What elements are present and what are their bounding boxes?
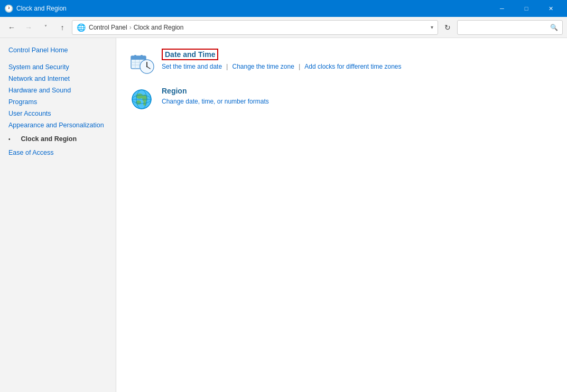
sep-1: | [226,62,228,70]
minimize-button[interactable]: ─ [490,0,514,17]
up-button[interactable]: ↑ [55,20,70,35]
search-box[interactable]: 🔍 [457,20,563,35]
title-bar: 🕐 Clock and Region ─ □ ✕ [0,0,567,17]
main-layout: Control Panel Home System and Security N… [0,38,567,392]
svg-rect-2 [131,58,146,60]
svg-point-13 [146,66,147,67]
dropdown-button[interactable]: ˅ [38,20,53,35]
window-icon: 🕐 [4,4,13,13]
set-time-link[interactable]: Set the time and date [162,63,222,70]
sidebar-item-clock[interactable]: Clock and Region [13,133,86,145]
nav-bar: ← → ˅ ↑ 🌐 Control Panel › Clock and Regi… [0,17,567,38]
sidebar: Control Panel Home System and Security N… [0,38,116,392]
refresh-button[interactable]: ↻ [440,20,455,35]
region-links: Change date, time, or number formats [162,97,554,105]
sidebar-item-network[interactable]: Network and Internet [0,73,116,85]
content-area: Date and Time Set the time and date | Ch… [116,38,567,392]
close-button[interactable]: ✕ [538,0,563,17]
sidebar-item-appearance[interactable]: Appearance and Personalization [0,119,116,131]
svg-rect-8 [141,55,143,58]
region-section: Region Change date, time, or number form… [129,87,554,112]
maximize-button[interactable]: □ [514,0,538,17]
sidebar-item-hardware[interactable]: Hardware and Sound [0,85,116,96]
title-bar-controls: ─ □ ✕ [490,0,563,17]
address-globe-icon: 🌐 [77,23,86,32]
add-clocks-link[interactable]: Add clocks for different time zones [304,63,401,70]
datetime-info: Date and Time Set the time and date | Ch… [162,49,554,70]
window-title: Clock and Region [16,5,67,12]
datetime-icon [129,49,154,74]
address-part-1: Control Panel [89,24,127,31]
address-dropdown-icon[interactable]: ▾ [431,24,433,30]
datetime-title[interactable]: Date and Time [162,49,218,60]
sidebar-item-home[interactable]: Control Panel Home [0,44,116,56]
region-subtitle-link[interactable]: Change date, time, or number formats [162,98,269,105]
sidebar-item-system[interactable]: System and Security [0,61,116,73]
datetime-title-wrapper: Date and Time [162,49,554,62]
region-icon [129,87,154,112]
datetime-links: Set the time and date | Change the time … [162,62,554,70]
back-button[interactable]: ← [4,20,19,35]
search-icon: 🔍 [550,24,558,31]
active-bullet: • [8,136,11,142]
search-input[interactable] [462,24,548,31]
change-timezone-link[interactable]: Change the time zone [232,63,294,70]
datetime-section: Date and Time Set the time and date | Ch… [129,49,554,74]
address-sep-1: › [129,24,132,31]
address-bar[interactable]: 🌐 Control Panel › Clock and Region ▾ [72,20,438,35]
region-info: Region Change date, time, or number form… [162,87,554,105]
title-bar-left: 🕐 Clock and Region [4,4,67,13]
sidebar-item-programs[interactable]: Programs [0,96,116,108]
sidebar-active-row: • Clock and Region [0,131,116,147]
sidebar-item-user[interactable]: User Accounts [0,108,116,119]
svg-rect-7 [134,55,136,58]
sep-2: | [299,62,300,70]
address-text: Control Panel › Clock and Region [89,24,427,31]
forward-button[interactable]: → [21,20,36,35]
region-title[interactable]: Region [162,87,187,95]
address-part-2: Clock and Region [134,24,184,31]
sidebar-item-ease[interactable]: Ease of Access [0,147,116,158]
